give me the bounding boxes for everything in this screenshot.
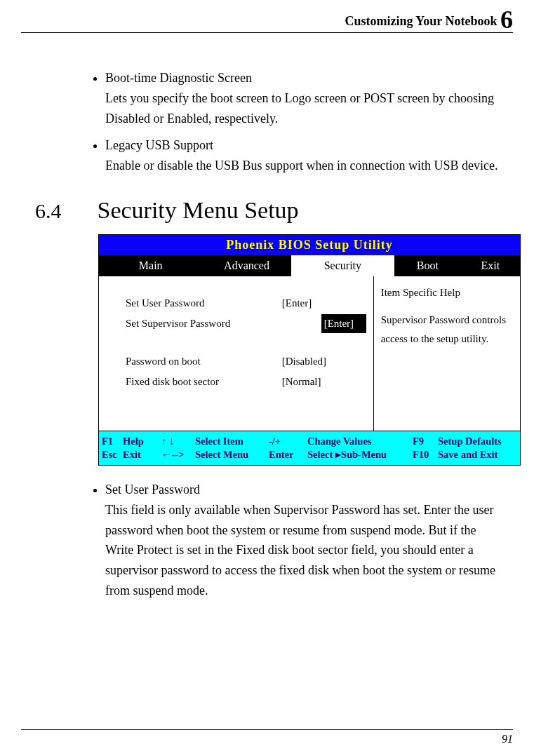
key-esc: Esc <box>102 449 123 461</box>
label-select-menu: Select Menu <box>195 449 269 461</box>
label-select-submenu: Select ▸Sub-Menu <box>307 449 413 461</box>
bios-title-bar: Phoenix BIOS Setup Utility <box>99 235 520 255</box>
section-number: 6.4 <box>21 199 91 223</box>
tab-boot[interactable]: Boot <box>394 255 461 276</box>
item-title: Set User Password <box>105 482 200 497</box>
option-value-selected: [Enter] <box>321 314 366 333</box>
option-row[interactable]: Password on boot [Disabled] <box>126 352 366 371</box>
bios-footer: F1 Help ↑ ↓ Select Item -/+ Change Value… <box>99 431 520 465</box>
option-row-selected[interactable]: Set Supervisor Password [Enter] <box>126 314 366 333</box>
label-save-and-exit: Save and Exit <box>438 449 498 461</box>
option-value: [Enter] <box>282 294 366 313</box>
tab-advanced[interactable]: Advanced <box>202 255 291 276</box>
submenu-text: ▸Sub-Menu <box>335 449 387 460</box>
spacer <box>126 335 366 352</box>
key-f10: F10 <box>413 449 438 461</box>
tab-security[interactable]: Security <box>291 255 394 276</box>
select-text: Select <box>307 449 333 460</box>
option-label: Password on boot <box>126 352 282 371</box>
footer-row: F1 Help ↑ ↓ Select Item -/+ Change Value… <box>102 436 517 447</box>
page-number: 91 <box>502 733 513 745</box>
key-f9: F9 <box>413 436 438 447</box>
option-label: Set User Password <box>126 294 282 313</box>
bios-menu-tabs: Main Advanced Security Boot Exit <box>99 255 520 276</box>
page-footer: 91 <box>21 729 513 745</box>
section-heading: 6.4 Security Menu Setup <box>21 197 513 224</box>
item-title: Boot-time Diagnostic Screen <box>105 71 252 85</box>
list-item: Set User Password This field is only ava… <box>105 480 506 601</box>
key-enter: Enter <box>269 449 307 461</box>
label-select-item: Select Item <box>195 436 269 447</box>
item-desc: This field is only available when Superv… <box>105 500 506 601</box>
bios-options-pane: Set User Password [Enter] Set Supervisor… <box>99 276 374 431</box>
up-down-arrows-icon: ↑ ↓ <box>161 436 195 447</box>
bottom-bullet-list: Set User Password This field is only ava… <box>84 480 506 601</box>
list-item: Legacy USB Support Enable or disable the… <box>105 135 506 176</box>
chapter-number: 6 <box>500 6 513 34</box>
option-row[interactable]: Fixed disk boot sector [Normal] <box>126 372 366 391</box>
key-minus-plus: -/+ <box>269 436 307 447</box>
tab-main[interactable]: Main <box>99 255 202 276</box>
lower-content: Set User Password This field is only ava… <box>21 480 513 601</box>
item-title: Legacy USB Support <box>105 138 213 152</box>
option-row[interactable]: Set User Password [Enter] <box>126 294 366 313</box>
label-help: Help <box>123 436 161 447</box>
help-title: Item Specific Help <box>381 283 514 302</box>
label-change-values: Change Values <box>307 436 413 447</box>
main-content: Boot-time Diagnostic Screen Lets you spe… <box>21 68 513 176</box>
label-exit: Exit <box>123 449 161 461</box>
section-title: Security Menu Setup <box>98 197 299 223</box>
top-bullet-list: Boot-time Diagnostic Screen Lets you spe… <box>84 68 506 176</box>
page-header: Customizing Your Notebook 6 <box>21 14 513 33</box>
item-desc: Lets you specify the boot screen to Logo… <box>105 88 506 129</box>
option-label: Fixed disk boot sector <box>126 372 282 391</box>
option-label: Set Supervisor Password <box>126 314 321 333</box>
header-title: Customizing Your Notebook <box>345 14 497 28</box>
item-desc: Enable or disable the USB Bus support wh… <box>105 156 506 176</box>
bios-help-pane: Item Specific Help Supervisor Password c… <box>374 276 520 431</box>
option-value: [Normal] <box>282 372 366 391</box>
option-value: [Disabled] <box>282 352 366 371</box>
label-setup-defaults: Setup Defaults <box>438 436 502 447</box>
key-f1: F1 <box>102 436 123 447</box>
document-page: Customizing Your Notebook 6 Boot-time Di… <box>0 0 534 756</box>
bios-setup-utility: Phoenix BIOS Setup Utility Main Advanced… <box>98 234 521 466</box>
tab-exit[interactable]: Exit <box>461 255 520 276</box>
left-right-arrows-icon: ←--> <box>161 449 195 461</box>
help-text: Supervisor Password controls access to t… <box>381 311 514 349</box>
bios-body: Set User Password [Enter] Set Supervisor… <box>99 276 520 431</box>
footer-row: Esc Exit ←--> Select Menu Enter Select ▸… <box>102 449 517 461</box>
list-item: Boot-time Diagnostic Screen Lets you spe… <box>105 68 506 128</box>
